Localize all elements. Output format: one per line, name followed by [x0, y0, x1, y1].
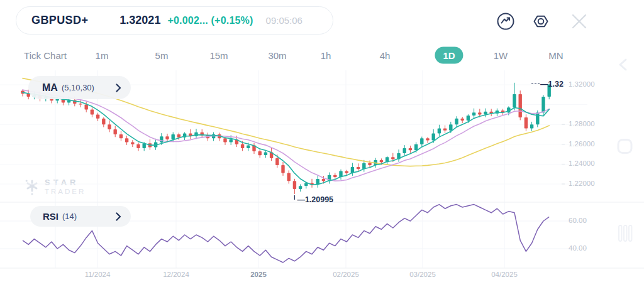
timeframe-tabs: Tick Chart1m5m15m30m1h4h1D1WMN [0, 46, 604, 64]
tab-1h[interactable]: 1h [321, 50, 331, 61]
tab-30m[interactable]: 30m [268, 50, 286, 61]
x-axis-label: 03/2025 [409, 271, 436, 278]
watchlist-square-icon[interactable] [616, 138, 633, 155]
x-axis-label: 02/2025 [333, 271, 359, 278]
x-axis-label: 11/2024 [85, 271, 111, 278]
svg-text:—1.20995: —1.20995 [297, 195, 333, 204]
tab-15m[interactable]: 15m [209, 50, 228, 61]
symbol-info-bar[interactable]: GBPUSD+ 1.32021 +0.002... (+0.15%) 09:05… [16, 6, 333, 35]
indicator-pulse-icon[interactable] [496, 12, 515, 31]
tab-5m[interactable]: 5m [155, 50, 169, 61]
price-axis-label: 1.24000 [569, 159, 595, 167]
tab-1w[interactable]: 1W [494, 50, 508, 61]
chevron-right-icon[interactable] [116, 212, 121, 221]
ma-indicator-name: MA [42, 82, 58, 94]
pulse-chart-icon [496, 12, 515, 31]
close-icon [570, 12, 589, 31]
x-axis-label: 2025 [250, 271, 267, 278]
tab-mn[interactable]: MN [548, 50, 563, 61]
tab-1d[interactable]: 1D [435, 47, 463, 64]
rsi-indicator-params: (14) [62, 212, 77, 221]
rsi-indicator-pill[interactable]: RSI (14) [30, 206, 131, 227]
rsi-indicator-name: RSI [43, 211, 58, 222]
price-change: +0.002... (+0.15%) [167, 15, 253, 26]
trading-app: { "header": { "symbol": "GBPUSD+", "pric… [0, 0, 644, 297]
price-axis-label: 1.28000 [569, 120, 595, 127]
tab-1m[interactable]: 1m [96, 50, 109, 61]
gear-icon [531, 12, 550, 31]
tab-tick-chart[interactable]: Tick Chart [24, 50, 67, 61]
chevron-right-icon[interactable] [116, 84, 121, 92]
symbol-name: GBPUSD+ [31, 14, 88, 27]
price-axis-label: 1.22000 [569, 180, 595, 187]
rsi-axis-label: 40.00 [569, 244, 587, 252]
chart-svg: —1.20995—1.32 [0, 0, 644, 297]
price-axis-label: 1.26000 [569, 140, 595, 148]
panels-bars-icon[interactable] [618, 225, 633, 242]
ma-indicator-pill[interactable]: MA (5,10,30) [28, 76, 131, 99]
svg-text:—1.32: —1.32 [540, 80, 564, 89]
current-price: 1.32021 [119, 14, 160, 27]
settings-gear-icon[interactable] [531, 12, 550, 31]
main-chart-canvas[interactable]: —1.20995—1.32 [0, 0, 644, 297]
x-axis-label: 12/2024 [163, 271, 189, 278]
x-axis-label: 04/2025 [491, 271, 518, 278]
price-axis-label: 1.32000 [569, 80, 595, 88]
tab-4h[interactable]: 4h [380, 50, 391, 61]
close-button[interactable] [570, 12, 589, 31]
collapse-chevron-icon[interactable] [617, 57, 631, 72]
ma-indicator-params: (5,10,30) [62, 83, 94, 92]
rsi-axis-label: 60.00 [569, 217, 587, 224]
quote-time: 09:05:06 [266, 15, 303, 26]
